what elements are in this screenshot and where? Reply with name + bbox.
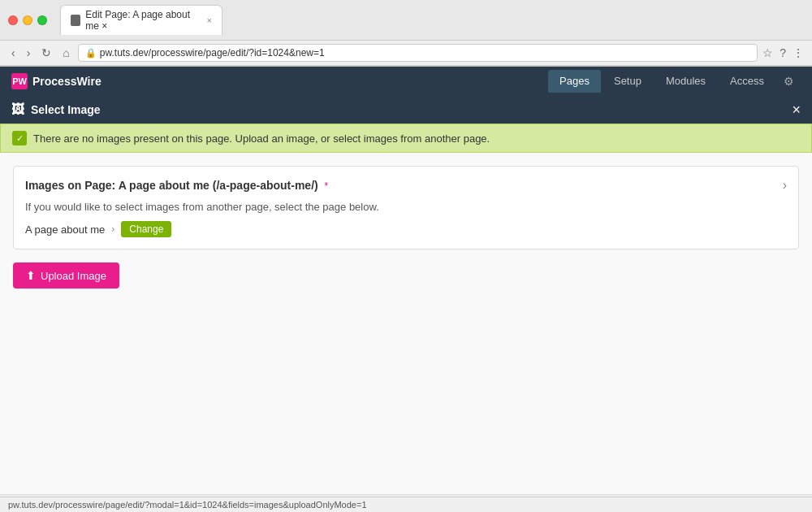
upload-image-button-body[interactable]: ⬆ Upload Image — [13, 263, 119, 289]
logo-icon: PW — [11, 73, 28, 89]
tab-bar: Edit Page: A page about me × × — [60, 5, 804, 35]
nav-item-access[interactable]: Access — [719, 70, 775, 93]
browser-toolbar: ‹ › ↻ ⌂ 🔒 pw.tuts.dev/processwire/page/e… — [0, 41, 812, 66]
maximize-traffic-light[interactable] — [37, 15, 47, 25]
home-button[interactable]: ⌂ — [59, 45, 72, 61]
images-panel-header: Images on Page: A page about me (/a-page… — [25, 178, 787, 193]
minimize-traffic-light[interactable] — [23, 15, 32, 25]
forward-button[interactable]: › — [24, 45, 34, 61]
tab-favicon — [71, 15, 80, 26]
bookmark-button[interactable]: ☆ — [762, 46, 773, 59]
chevron-right-icon: › — [111, 223, 114, 235]
close-traffic-light[interactable] — [8, 15, 18, 25]
app-header: PW ProcessWire Pages Setup Modules Acces… — [0, 67, 812, 96]
nav-item-setup[interactable]: Setup — [603, 70, 653, 93]
change-page-button[interactable]: Change — [121, 221, 171, 237]
images-panel-title: Images on Page: A page about me (/a-page… — [25, 179, 328, 192]
status-bar: pw.tuts.dev/processwire/page/edit/?modal… — [0, 497, 812, 512]
toolbar-actions: ☆ ? ⋮ — [762, 46, 804, 59]
address-bar[interactable]: 🔒 pw.tuts.dev/processwire/page/edit/?id=… — [78, 44, 758, 62]
modal-close-button[interactable]: × — [792, 102, 801, 117]
back-button[interactable]: ‹ — [8, 45, 19, 61]
modal-body: Images on Page: A page about me (/a-page… — [0, 153, 812, 494]
search-button[interactable]: ? — [780, 46, 786, 59]
nav-item-pages[interactable]: Pages — [548, 70, 601, 93]
images-panel: Images on Page: A page about me (/a-page… — [13, 166, 799, 249]
traffic-lights — [8, 15, 47, 25]
collapse-arrow-icon[interactable]: › — [783, 178, 787, 193]
images-panel-title-text: Images on Page: A page about me (/a-page… — [25, 179, 318, 192]
modal-title: 🖼 Select Image — [11, 102, 101, 117]
modal-container: 🖼 Select Image × ✓ There are no images p… — [0, 96, 812, 512]
refresh-button[interactable]: ↻ — [38, 45, 54, 61]
app-nav: Pages Setup Modules Access ⚙ — [548, 70, 801, 93]
image-icon: 🖼 — [11, 102, 24, 117]
browser-tab-active[interactable]: Edit Page: A page about me × × — [60, 5, 222, 35]
app-logo: PW ProcessWire — [11, 73, 102, 89]
modal-header: 🖼 Select Image × — [0, 96, 812, 124]
required-star: * — [324, 180, 328, 192]
url-text: pw.tuts.dev/processwire/page/edit/?id=10… — [100, 47, 325, 59]
alert-check-icon: ✓ — [12, 131, 27, 145]
browser-titlebar: Edit Page: A page about me × × — [0, 0, 812, 41]
lock-icon: 🔒 — [85, 48, 97, 59]
extensions-button[interactable]: ⋮ — [793, 46, 804, 59]
tab-title: Edit Page: A page about me × — [85, 9, 198, 32]
modal-title-text: Select Image — [31, 103, 101, 116]
upload-icon-body: ⬆ — [26, 269, 36, 282]
nav-item-modules[interactable]: Modules — [654, 70, 717, 93]
tab-close-button[interactable]: × — [207, 15, 212, 25]
status-bar-url: pw.tuts.dev/processwire/page/edit/?modal… — [8, 500, 367, 510]
settings-gear-icon[interactable]: ⚙ — [777, 70, 801, 93]
page-selector: A page about me › Change — [25, 221, 787, 237]
alert-banner: ✓ There are no images present on this pa… — [0, 124, 812, 153]
current-page-name: A page about me — [25, 223, 105, 236]
alert-message-text: There are no images present on this page… — [33, 132, 490, 145]
upload-btn-body-label: Upload Image — [41, 270, 106, 282]
app-logo-text: ProcessWire — [32, 75, 102, 88]
select-description-text: If you would like to select images from … — [25, 201, 787, 213]
browser-chrome: Edit Page: A page about me × × ‹ › ↻ ⌂ 🔒… — [0, 0, 812, 67]
